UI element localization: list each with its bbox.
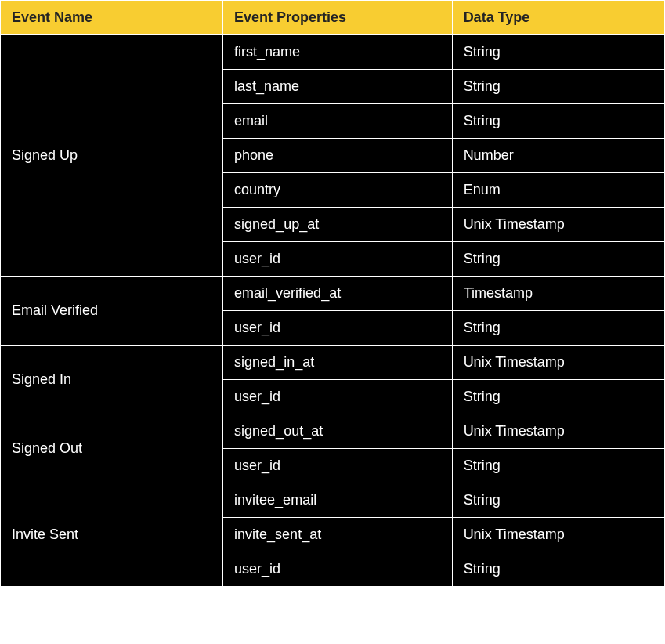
header-event-properties: Event Properties xyxy=(223,1,453,35)
data-type-cell: String xyxy=(452,242,664,277)
data-type-cell: Timestamp xyxy=(452,277,664,311)
header-data-type: Data Type xyxy=(452,1,664,35)
table-row: Invite Sentinvitee_emailString xyxy=(1,483,665,518)
data-type-cell: Enum xyxy=(452,173,664,208)
data-type-cell: Number xyxy=(452,139,664,173)
data-type-cell: Unix Timestamp xyxy=(452,518,664,552)
table-row: Signed Outsigned_out_atUnix Timestamp xyxy=(1,414,665,449)
event-name-cell: Email Verified xyxy=(1,277,223,346)
event-property-cell: country xyxy=(223,173,453,208)
table-row: Signed Upfirst_nameString xyxy=(1,35,665,70)
data-type-cell: String xyxy=(452,483,664,518)
event-name-cell: Signed Up xyxy=(1,35,223,277)
event-property-cell: email xyxy=(223,104,453,139)
event-property-cell: user_id xyxy=(223,242,453,277)
event-property-cell: invitee_email xyxy=(223,483,453,518)
data-type-cell: Unix Timestamp xyxy=(452,346,664,380)
event-property-cell: user_id xyxy=(223,380,453,414)
events-table: Event Name Event Properties Data Type Si… xyxy=(0,0,665,587)
table-row: Email Verifiedemail_verified_atTimestamp xyxy=(1,277,665,311)
event-property-cell: user_id xyxy=(223,311,453,346)
data-type-cell: Unix Timestamp xyxy=(452,414,664,449)
event-property-cell: email_verified_at xyxy=(223,277,453,311)
event-property-cell: user_id xyxy=(223,552,453,587)
event-property-cell: signed_in_at xyxy=(223,346,453,380)
event-property-cell: signed_up_at xyxy=(223,208,453,242)
data-type-cell: String xyxy=(452,311,664,346)
data-type-cell: Unix Timestamp xyxy=(452,208,664,242)
event-property-cell: signed_out_at xyxy=(223,414,453,449)
table-header: Event Name Event Properties Data Type xyxy=(1,1,665,35)
event-property-cell: invite_sent_at xyxy=(223,518,453,552)
data-type-cell: String xyxy=(452,449,664,483)
data-type-cell: String xyxy=(452,552,664,587)
event-property-cell: user_id xyxy=(223,449,453,483)
event-property-cell: last_name xyxy=(223,70,453,104)
event-property-cell: first_name xyxy=(223,35,453,70)
data-type-cell: String xyxy=(452,380,664,414)
table-row: Signed Insigned_in_atUnix Timestamp xyxy=(1,346,665,380)
data-type-cell: String xyxy=(452,70,664,104)
data-type-cell: String xyxy=(452,35,664,70)
header-event-name: Event Name xyxy=(1,1,223,35)
event-name-cell: Signed Out xyxy=(1,414,223,483)
event-property-cell: phone xyxy=(223,139,453,173)
table-body: Signed Upfirst_nameStringlast_nameString… xyxy=(1,35,665,587)
event-name-cell: Invite Sent xyxy=(1,483,223,587)
event-name-cell: Signed In xyxy=(1,346,223,414)
data-type-cell: String xyxy=(452,104,664,139)
